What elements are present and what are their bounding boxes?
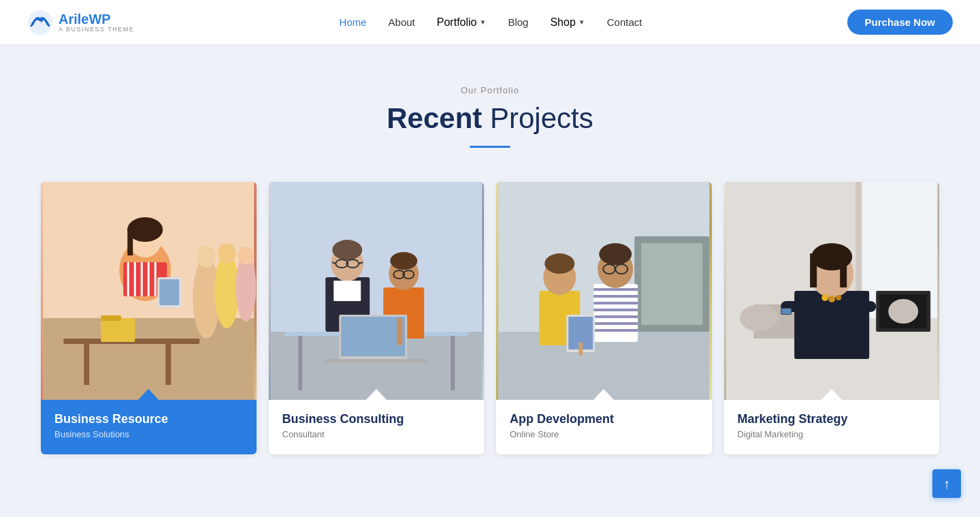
purchase-now-button[interactable]: Purchase Now xyxy=(847,10,953,35)
svg-rect-74 xyxy=(578,342,583,356)
section-title: Recent Projects xyxy=(41,102,939,135)
svg-rect-55 xyxy=(641,243,702,325)
navbar: ArileWP A Business Theme Home About Port… xyxy=(0,0,980,44)
svg-rect-86 xyxy=(810,253,817,287)
svg-rect-48 xyxy=(341,317,405,356)
svg-rect-4 xyxy=(84,344,89,385)
svg-rect-50 xyxy=(397,318,402,345)
nav-link-home[interactable]: Home xyxy=(340,16,367,28)
nav-menu: Home About Portfolio ▼ Blog Shop ▼ Conta… xyxy=(340,16,642,29)
card-notch-3 xyxy=(593,389,614,400)
svg-point-90 xyxy=(836,295,841,300)
section-title-bold: Recent xyxy=(387,102,482,134)
portfolio-card-4[interactable]: Marketing Strategy Digital Marketing xyxy=(724,182,940,454)
card-subtitle-2: Consultant xyxy=(282,429,471,439)
svg-point-21 xyxy=(218,243,235,264)
svg-point-0 xyxy=(28,10,52,35)
section-title-normal: Projects xyxy=(482,102,593,134)
card-notch-1 xyxy=(138,389,159,400)
portfolio-card-2[interactable]: Business Consulting Consultant xyxy=(269,182,485,454)
main-section: Our Portfolio Recent Projects xyxy=(0,44,980,517)
portfolio-grid: Business Resource Business Solutions xyxy=(41,182,939,454)
nav-link-contact[interactable]: Contact xyxy=(607,16,642,28)
card-title-3: App Development xyxy=(510,412,698,426)
logo-title: ArileWP xyxy=(59,12,134,27)
svg-point-58 xyxy=(544,253,574,274)
svg-rect-49 xyxy=(325,359,427,363)
svg-rect-2 xyxy=(43,318,254,400)
svg-point-68 xyxy=(599,243,632,265)
card-image-3 xyxy=(496,182,712,400)
card-info-1: Business Resource Business Solutions xyxy=(41,400,257,454)
svg-point-88 xyxy=(821,294,828,301)
svg-rect-24 xyxy=(101,318,135,342)
svg-point-96 xyxy=(888,299,918,324)
svg-rect-31 xyxy=(451,336,455,390)
svg-rect-25 xyxy=(101,315,121,321)
nav-item-home[interactable]: Home xyxy=(340,16,367,29)
svg-point-34 xyxy=(332,240,362,260)
card-subtitle-1: Business Solutions xyxy=(54,429,243,439)
nav-link-portfolio[interactable]: Portfolio ▼ xyxy=(437,16,487,29)
svg-point-43 xyxy=(390,252,417,270)
title-underline xyxy=(470,146,510,148)
section-label: Our Portfolio xyxy=(41,85,939,95)
card-image-1 xyxy=(41,182,257,400)
nav-link-about[interactable]: About xyxy=(389,16,415,28)
scroll-to-top-button[interactable]: ↑ xyxy=(932,469,961,498)
card-subtitle-4: Digital Marketing xyxy=(738,429,926,439)
card-title-2: Business Consulting xyxy=(282,412,471,426)
svg-rect-9 xyxy=(127,228,133,255)
svg-rect-30 xyxy=(298,336,302,390)
logo-subtitle: A Business Theme xyxy=(59,27,134,33)
svg-rect-5 xyxy=(165,344,171,385)
svg-rect-59 xyxy=(593,284,638,342)
card-notch-4 xyxy=(821,389,842,400)
portfolio-card-1[interactable]: Business Resource Business Solutions xyxy=(41,182,257,454)
card-title-1: Business Resource xyxy=(54,412,243,426)
logo-text: ArileWP A Business Theme xyxy=(59,12,134,33)
svg-rect-87 xyxy=(840,253,847,287)
nav-item-portfolio[interactable]: Portfolio ▼ xyxy=(437,16,487,29)
shop-dropdown-arrow: ▼ xyxy=(578,18,585,26)
card-info-3: App Development Online Store xyxy=(496,400,712,454)
svg-point-95 xyxy=(740,304,778,332)
logo-icon xyxy=(27,10,53,35)
svg-point-19 xyxy=(197,246,216,268)
portfolio-card-3[interactable]: App Development Online Store xyxy=(496,182,712,454)
nav-item-shop[interactable]: Shop ▼ xyxy=(550,16,585,29)
card-image-2 xyxy=(269,182,485,400)
card-subtitle-3: Online Store xyxy=(510,429,698,439)
svg-point-23 xyxy=(238,247,254,264)
svg-point-89 xyxy=(828,296,835,302)
card-title-4: Marketing Strategy xyxy=(738,412,926,426)
nav-link-shop[interactable]: Shop ▼ xyxy=(550,16,585,29)
portfolio-dropdown-arrow: ▼ xyxy=(479,18,486,26)
card-info-4: Marketing Strategy Digital Marketing xyxy=(724,400,940,454)
card-info-2: Business Consulting Consultant xyxy=(269,400,485,454)
svg-rect-92 xyxy=(842,301,876,312)
svg-rect-94 xyxy=(781,309,791,314)
card-notch-2 xyxy=(366,389,387,400)
svg-point-20 xyxy=(214,253,239,328)
svg-rect-17 xyxy=(159,279,179,305)
nav-item-about[interactable]: About xyxy=(389,16,415,29)
card-image-4 xyxy=(724,182,940,400)
nav-item-contact[interactable]: Contact xyxy=(607,16,642,29)
nav-item-blog[interactable]: Blog xyxy=(508,16,528,29)
nav-link-blog[interactable]: Blog xyxy=(508,16,528,28)
svg-rect-40 xyxy=(333,281,361,301)
logo[interactable]: ArileWP A Business Theme xyxy=(27,10,134,35)
